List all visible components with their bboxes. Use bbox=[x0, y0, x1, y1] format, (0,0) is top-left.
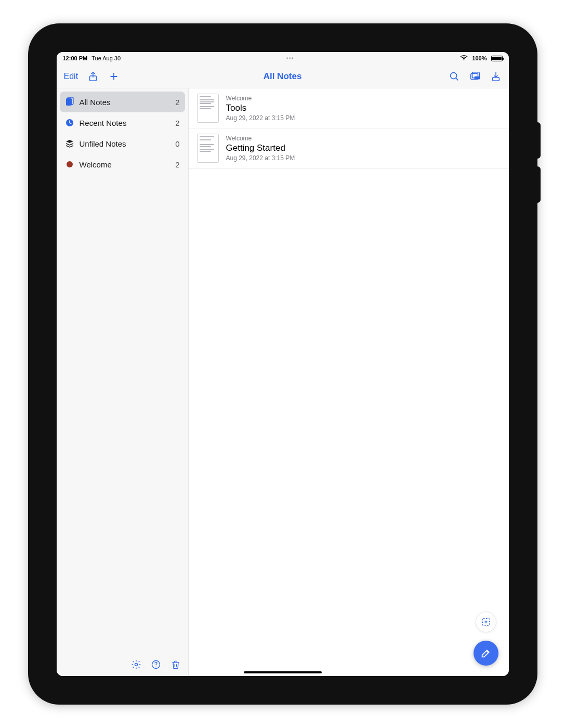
status-bar: 12:00 PM Tue Aug 30 ••• 100% bbox=[57, 52, 509, 64]
settings-icon[interactable] bbox=[131, 659, 141, 672]
note-title: Tools bbox=[226, 103, 295, 113]
note-thumbnail bbox=[197, 134, 219, 163]
sidebar-item-recent-notes[interactable]: Recent Notes 2 bbox=[60, 112, 185, 133]
battery-percent: 100% bbox=[472, 55, 487, 61]
home-indicator[interactable] bbox=[244, 671, 322, 673]
trash-icon[interactable] bbox=[170, 659, 181, 672]
add-icon[interactable] bbox=[108, 71, 120, 82]
note-category: Welcome bbox=[226, 135, 295, 142]
sidebar-item-all-notes[interactable]: All Notes 2 bbox=[60, 92, 185, 112]
svg-point-2 bbox=[450, 72, 456, 79]
search-icon[interactable] bbox=[449, 71, 460, 82]
share-icon[interactable] bbox=[87, 71, 99, 82]
svg-point-14 bbox=[155, 667, 156, 667]
quick-note-icon[interactable] bbox=[476, 612, 496, 632]
note-category: Welcome bbox=[226, 95, 295, 102]
sidebar-item-count: 2 bbox=[175, 160, 179, 169]
multitask-pill-icon[interactable]: ••• bbox=[286, 56, 294, 61]
sidebar-item-label: All Notes bbox=[80, 98, 176, 107]
sidebar-item-count: 2 bbox=[175, 119, 179, 127]
battery-icon bbox=[491, 56, 503, 61]
note-thumbnail bbox=[197, 94, 219, 123]
status-time: 12:00 PM bbox=[63, 55, 88, 61]
sidebar-footer bbox=[57, 655, 188, 676]
svg-text:NEW: NEW bbox=[475, 76, 480, 79]
clock-icon bbox=[65, 118, 74, 127]
note-date: Aug 29, 2022 at 3:15 PM bbox=[226, 114, 295, 122]
ipad-frame: 12:00 PM Tue Aug 30 ••• 100% Edit bbox=[28, 23, 537, 705]
sidebar-item-count: 2 bbox=[175, 98, 179, 107]
svg-point-12 bbox=[135, 664, 137, 666]
svg-point-11 bbox=[67, 161, 73, 167]
sidebar-item-label: Welcome bbox=[80, 160, 176, 169]
svg-point-0 bbox=[464, 59, 465, 60]
folder-dot-icon bbox=[65, 160, 74, 169]
new-folder-icon[interactable]: NEW bbox=[469, 71, 481, 82]
all-notes-icon bbox=[65, 97, 74, 107]
note-title: Getting Started bbox=[226, 143, 295, 153]
stack-icon bbox=[65, 139, 74, 148]
import-icon[interactable] bbox=[490, 71, 502, 82]
edit-button[interactable]: Edit bbox=[64, 72, 78, 81]
note-row[interactable]: Welcome Getting Started Aug 29, 2022 at … bbox=[189, 128, 509, 168]
note-row[interactable]: Welcome Tools Aug 29, 2022 at 3:15 PM bbox=[189, 88, 509, 128]
toolbar: Edit All Notes NEW bbox=[57, 64, 509, 88]
sidebar-item-count: 0 bbox=[175, 139, 179, 148]
help-icon[interactable] bbox=[151, 659, 161, 672]
sidebar-item-label: Recent Notes bbox=[80, 119, 176, 127]
status-date: Tue Aug 30 bbox=[91, 55, 121, 61]
page-title: All Notes bbox=[57, 71, 509, 82]
sidebar: All Notes 2 Recent Notes 2 bbox=[57, 88, 189, 676]
sidebar-item-welcome[interactable]: Welcome 2 bbox=[60, 154, 185, 175]
sidebar-item-label: Unfiled Notes bbox=[80, 139, 176, 148]
screen: 12:00 PM Tue Aug 30 ••• 100% Edit bbox=[57, 52, 509, 676]
wifi-icon bbox=[460, 55, 468, 62]
compose-icon[interactable] bbox=[474, 641, 498, 666]
note-date: Aug 29, 2022 at 3:15 PM bbox=[226, 154, 295, 162]
note-list: Welcome Tools Aug 29, 2022 at 3:15 PM bbox=[189, 88, 509, 676]
sidebar-item-unfiled-notes[interactable]: Unfiled Notes 0 bbox=[60, 133, 185, 154]
